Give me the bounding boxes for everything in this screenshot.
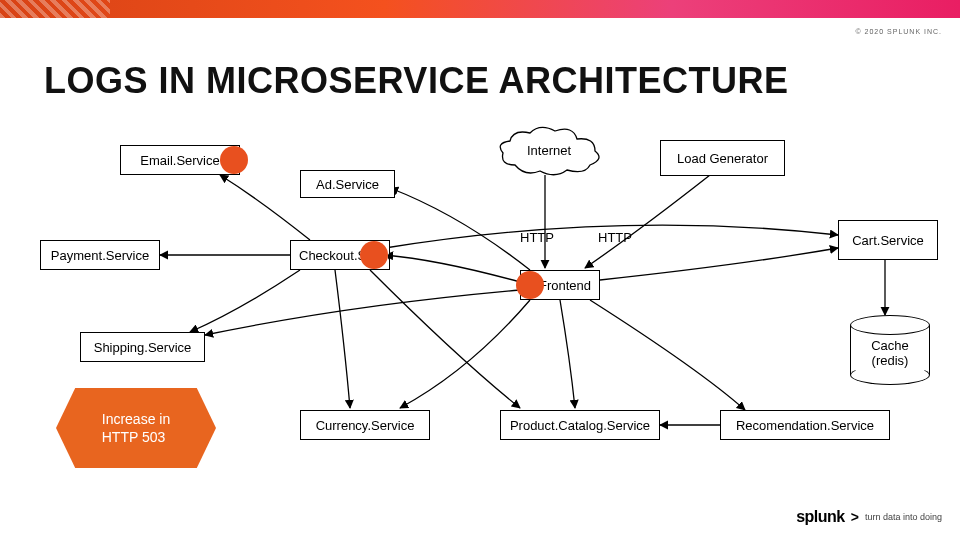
node-cart: Cart.Service	[838, 220, 938, 260]
slide-top-stripe	[0, 0, 960, 18]
alert-dot-frontend	[516, 271, 544, 299]
page-title: LOGS IN MICROSERVICE ARCHITECTURE	[44, 60, 789, 102]
node-shipping-label: Shipping.Service	[94, 340, 192, 355]
node-payment: Payment.Service	[40, 240, 160, 270]
node-ad-label: Ad.Service	[316, 177, 379, 192]
node-ad: Ad.Service	[300, 170, 395, 198]
node-productcatalog-label: Product.Catalog.Service	[510, 418, 650, 433]
brand-arrow-icon: >	[851, 509, 859, 525]
node-internet-cloud: Internet	[495, 125, 605, 180]
copyright-text: © 2020 SPLUNK INC.	[855, 28, 942, 35]
node-shipping: Shipping.Service	[80, 332, 205, 362]
callout-line2: HTTP 503	[102, 429, 166, 445]
node-recommendation-label: Recomendation.Service	[736, 418, 874, 433]
node-recommendation: Recomendation.Service	[720, 410, 890, 440]
brand-footer: splunk > turn data into doing	[796, 508, 942, 526]
node-productcatalog: Product.Catalog.Service	[500, 410, 660, 440]
node-currency: Currency.Service	[300, 410, 430, 440]
callout-hex: Increase in HTTP 503	[56, 388, 216, 468]
alert-dot-checkout	[360, 241, 388, 269]
node-currency-label: Currency.Service	[316, 418, 415, 433]
node-payment-label: Payment.Service	[51, 248, 149, 263]
node-email-label: Email.Service	[140, 153, 219, 168]
alert-dot-email	[220, 146, 248, 174]
node-loadgen: Load Generator	[660, 140, 785, 176]
label-http-1: HTTP	[520, 230, 554, 245]
node-cart-label: Cart.Service	[852, 233, 924, 248]
callout-line1: Increase in	[102, 411, 170, 427]
architecture-diagram: Internet Email.Service Ad.Service Load G…	[0, 120, 960, 500]
label-http-2: HTTP	[598, 230, 632, 245]
brand-tagline: turn data into doing	[865, 512, 942, 522]
node-cache-label: Cache (redis)	[850, 338, 930, 368]
node-internet-label: Internet	[527, 143, 571, 158]
node-frontend-label: Frontend	[539, 278, 591, 293]
node-cache: Cache (redis)	[850, 315, 930, 385]
callout-text: Increase in HTTP 503	[102, 410, 170, 446]
brand-logo: splunk	[796, 508, 845, 526]
node-loadgen-label: Load Generator	[677, 151, 768, 166]
